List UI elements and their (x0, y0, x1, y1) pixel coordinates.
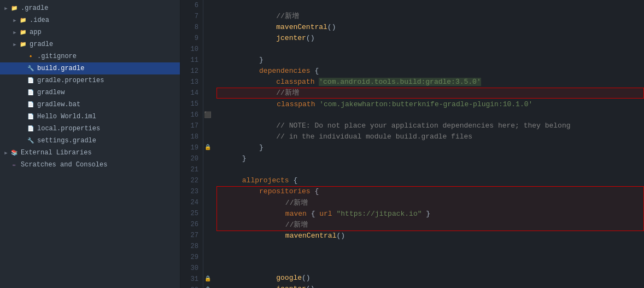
line-num-24: 24 (180, 197, 198, 208)
sidebar-label: app (30, 28, 42, 36)
sidebar-item-settings-gradle[interactable]: ▶ 🔧 settings.gradle (0, 135, 180, 147)
bat-file-icon: 📄 (26, 100, 35, 109)
line-num-26: 26 (180, 219, 198, 230)
line-num-8: 8 (180, 22, 198, 33)
gutter-icon-29 (203, 252, 212, 263)
sidebar-item-gradle[interactable]: ▶ 📁 gradle (0, 38, 180, 50)
expand-arrow-icon: ▶ (11, 18, 19, 24)
code-line-23: //新增 (217, 187, 643, 198)
red-box-lines-23-26: //新增 maven { url "https://jitpack.io" } … (216, 186, 644, 231)
gutter-icon-6 (203, 0, 212, 11)
properties-file-icon: 📄 (26, 76, 35, 85)
line-num-15: 15 (180, 99, 198, 110)
expand-arrow-icon: ▶ (2, 5, 10, 11)
gradlew-file-icon: 📄 (26, 88, 35, 97)
gutter-icon-23 (203, 186, 212, 197)
gutter-icon-22 (203, 175, 212, 186)
sidebar-label: Scratches and Consoles (21, 161, 107, 169)
line-num-7: 7 (180, 11, 198, 22)
gutter-icon-17 (203, 120, 212, 131)
gutter-icon-10 (203, 44, 212, 55)
sidebar-item-gradlew[interactable]: ▶ 📄 gradlew (0, 87, 180, 99)
sidebar-item-external-libraries[interactable]: ▶ 📚 External Libraries (0, 147, 180, 159)
gutter-icon-32[interactable]: 🔒 (203, 285, 212, 288)
code-line-27 (216, 251, 644, 262)
line-num-20: 20 (180, 153, 198, 164)
line-num-27: 27 (180, 230, 198, 241)
gutter-icon-27 (203, 230, 212, 241)
sidebar-label: .idea (30, 16, 49, 24)
gutter-icon-16[interactable]: ⬛ (203, 110, 212, 120)
sidebar-label: .gitignore (37, 53, 77, 60)
file-tree[interactable]: ▶ 📁 .gradle ▶ 📁 .idea ▶ 📁 app ▶ 📁 gradle… (0, 0, 180, 288)
gutter-icon-15 (203, 99, 212, 110)
gutter-icon-8 (203, 22, 212, 33)
sidebar-item-app[interactable]: ▶ 📁 app (0, 26, 180, 38)
sidebar-item-idea[interactable]: ▶ 📁 .idea (0, 14, 180, 26)
code-line-28: google() (216, 262, 644, 273)
folder-icon: 📁 (19, 16, 27, 25)
sidebar-item-gradle-root[interactable]: ▶ 📁 .gradle (0, 2, 180, 14)
sidebar-item-hello-world-iml[interactable]: ▶ 📄 Hello World.iml (0, 111, 180, 123)
gutter-icon-11 (203, 55, 212, 66)
sidebar-item-gitignore[interactable]: ▶ 🔸 .gitignore (0, 50, 180, 62)
sidebar-label: .gradle (21, 4, 48, 12)
sidebar-item-build-gradle[interactable]: ▶ 🔧 build.gradle (0, 62, 180, 74)
folder-icon: 📁 (19, 28, 27, 37)
code-editor: 6 7 8 9 10 11 12 13 14 15 16 17 18 19 20… (180, 0, 644, 288)
line-num-29: 29 (180, 252, 198, 263)
code-line-16: // NOTE: Do not place your application d… (216, 110, 644, 120)
code-content[interactable]: //新增 mavenCentral() jcenter() } dependen… (214, 0, 644, 288)
line-num-23: 23 (180, 186, 198, 197)
line-num-25: 25 (180, 208, 198, 219)
gutter-icon-9 (203, 33, 212, 44)
ext-lib-icon: 📚 (10, 148, 19, 157)
gradle-file-icon: 🔧 (26, 136, 35, 145)
scratch-icon: ✏️ (10, 160, 19, 169)
iml-file-icon: 📄 (26, 112, 35, 121)
gutter-icon-30 (203, 263, 212, 274)
gutter-icon-19[interactable]: 🔒 (203, 142, 212, 153)
gutter-icon-13 (203, 77, 212, 88)
line-num-6: 6 (180, 0, 198, 11)
gutter-icon-14 (203, 88, 212, 99)
line-num-30: 30 (180, 263, 198, 274)
sidebar-label: local.properties (37, 125, 100, 133)
gradle-file-icon: 🔧 (26, 64, 35, 73)
code-line-20 (216, 153, 644, 164)
line-num-12: 12 (180, 66, 198, 77)
gutter-icon-31[interactable]: 🔒 (203, 274, 212, 285)
line-num-31: 31 (180, 274, 198, 285)
line-num-16: 16 (180, 110, 198, 120)
line-num-32: 32 (180, 285, 198, 288)
expand-arrow-icon: ▶ (2, 150, 10, 156)
properties-file-icon: 📄 (26, 124, 35, 133)
code-line-11: dependencies { (216, 55, 644, 66)
sidebar-item-gradlew-bat[interactable]: ▶ 📄 gradlew.bat (0, 99, 180, 111)
gutter-icon-24 (203, 197, 212, 208)
code-line-21: allprojects { (216, 164, 644, 175)
line-num-22: 22 (180, 175, 198, 186)
line-num-14: 14 (180, 88, 198, 99)
sidebar-label: gradlew.bat (37, 101, 80, 108)
editor-gutter: ⬛ 🔒 🔒 🔒 (203, 0, 214, 288)
sidebar-label: gradle.properties (37, 77, 104, 84)
sidebar-item-scratches[interactable]: ▶ ✏️ Scratches and Consoles (0, 159, 180, 171)
sidebar-label: gradle (30, 41, 53, 48)
sidebar-item-gradle-properties[interactable]: ▶ 📄 gradle.properties (0, 74, 180, 87)
gutter-icon-20 (203, 153, 212, 164)
line-num-9: 9 (180, 33, 198, 44)
line-num-21: 21 (180, 164, 198, 175)
code-line-6: //新增 (216, 0, 644, 11)
line-num-10: 10 (180, 44, 198, 55)
code-line-10: } (216, 44, 644, 55)
gutter-icon-7 (203, 11, 212, 22)
folder-icon: 📁 (10, 4, 19, 13)
line-num-13: 13 (180, 77, 198, 88)
sidebar-label: Hello World.iml (37, 113, 96, 120)
gutter-icon-21 (203, 164, 212, 175)
line-num-11: 11 (180, 55, 198, 66)
sidebar-item-local-properties[interactable]: ▶ 📄 local.properties (0, 123, 180, 135)
expand-arrow-icon: ▶ (11, 30, 19, 36)
line-numbers-gutter: 6 7 8 9 10 11 12 13 14 15 16 17 18 19 20… (180, 0, 203, 288)
